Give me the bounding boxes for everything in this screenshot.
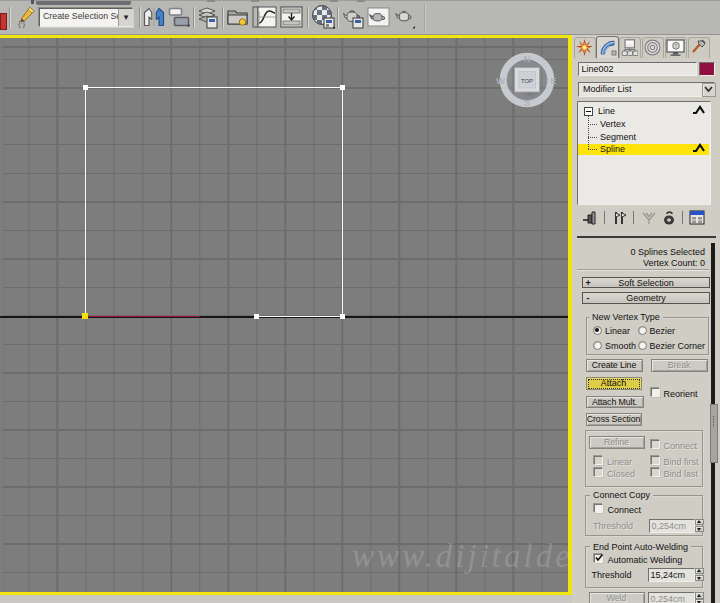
svg-text:E: E — [550, 75, 556, 86]
svg-text:W: W — [496, 75, 505, 86]
svg-text:{·}: {·} — [18, 20, 26, 28]
svg-text:TOP: TOP — [521, 78, 533, 84]
